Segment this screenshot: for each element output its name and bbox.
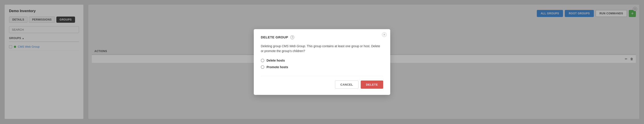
radio-promote-hosts[interactable]: Promote hosts <box>261 65 383 69</box>
description-prefix: Deleting group <box>261 44 282 48</box>
radio-delete-hosts[interactable]: Delete hosts <box>261 59 383 62</box>
background-panel: Demo Inventory DETAILS PERMISSIONS GROUP… <box>0 0 644 124</box>
modal-close-button[interactable]: × <box>382 32 387 37</box>
radio-circle-delete[interactable] <box>261 59 264 62</box>
delete-group-modal: × DELETE GROUP ? Deleting group CMS Web … <box>254 29 390 95</box>
cancel-button[interactable]: CANCEL <box>335 80 358 89</box>
radio-group: Delete hosts Promote hosts <box>261 59 383 69</box>
radio-circle-promote[interactable] <box>261 65 264 69</box>
modal-description: Deleting group CMS Web Group. This group… <box>261 44 383 54</box>
delete-button[interactable]: DELETE <box>361 80 383 89</box>
modal-title-row: DELETE GROUP ? <box>261 35 383 39</box>
modal-footer: CANCEL DELETE <box>261 76 383 89</box>
radio-label-delete: Delete hosts <box>266 59 285 62</box>
group-name-italic: CMS Web Group <box>282 44 305 48</box>
modal-title: DELETE GROUP <box>261 35 288 39</box>
radio-label-promote: Promote hosts <box>266 65 288 69</box>
modal-overlay: × DELETE GROUP ? Deleting group CMS Web … <box>0 0 644 124</box>
help-icon[interactable]: ? <box>290 35 294 39</box>
